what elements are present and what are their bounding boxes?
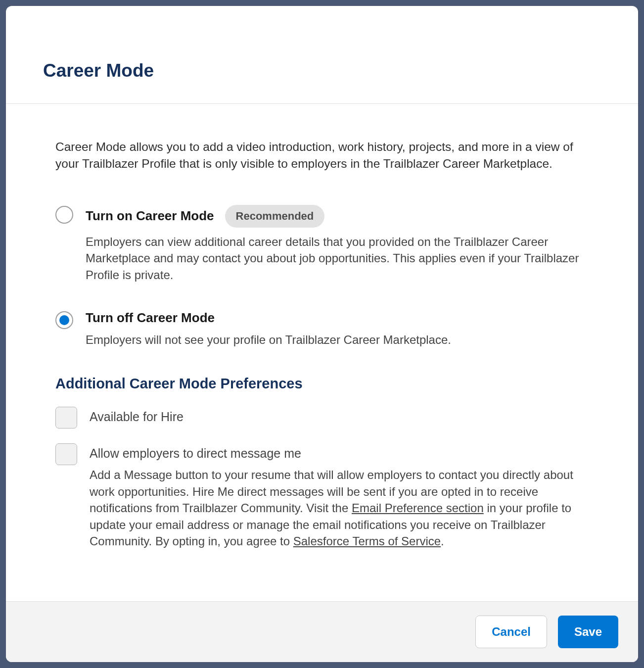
save-button[interactable]: Save (558, 616, 618, 648)
dm-desc-part3: . (441, 534, 444, 548)
career-mode-modal: Career Mode Career Mode allows you to ad… (6, 6, 638, 662)
cancel-button[interactable]: Cancel (475, 616, 547, 648)
modal-footer: Cancel Save (6, 601, 638, 662)
modal-body: Career Mode allows you to add a video in… (6, 104, 638, 601)
terms-of-service-link[interactable]: Salesforce Terms of Service (293, 534, 441, 548)
checkbox-direct-message[interactable] (55, 443, 77, 465)
checkbox-option-available: Available for Hire (55, 407, 589, 429)
radio-turn-off[interactable] (55, 311, 73, 329)
radio-turn-off-content: Turn off Career Mode Employers will not … (86, 310, 589, 348)
radio-option-turn-on: Turn on Career Mode Recommended Employer… (55, 205, 589, 284)
checkbox-dm-description: Add a Message button to your resume that… (90, 467, 589, 550)
modal-header: Career Mode (6, 6, 638, 104)
recommended-badge: Recommended (225, 205, 325, 228)
preferences-heading: Additional Career Mode Preferences (55, 376, 589, 392)
radio-turn-on-label-row: Turn on Career Mode Recommended (86, 205, 589, 228)
radio-turn-on-label: Turn on Career Mode (86, 208, 214, 224)
intro-text: Career Mode allows you to add a video in… (55, 139, 589, 173)
radio-turn-on-description: Employers can view additional career det… (86, 234, 589, 284)
radio-option-turn-off: Turn off Career Mode Employers will not … (55, 310, 589, 348)
checkbox-option-dm: Allow employers to direct message me Add… (55, 443, 589, 550)
checkbox-available-label: Available for Hire (90, 410, 184, 424)
checkbox-available-for-hire[interactable] (55, 407, 77, 429)
checkbox-available-content: Available for Hire (90, 407, 589, 424)
radio-turn-off-description: Employers will not see your profile on T… (86, 332, 589, 348)
checkbox-dm-label: Allow employers to direct message me (90, 446, 301, 460)
radio-turn-off-label: Turn off Career Mode (86, 310, 215, 326)
radio-turn-on-content: Turn on Career Mode Recommended Employer… (86, 205, 589, 284)
email-preference-link[interactable]: Email Preference section (352, 501, 484, 515)
radio-turn-off-label-row: Turn off Career Mode (86, 310, 589, 326)
radio-turn-on[interactable] (55, 206, 73, 224)
modal-title: Career Mode (43, 60, 601, 81)
checkbox-dm-content: Allow employers to direct message me Add… (90, 443, 589, 550)
